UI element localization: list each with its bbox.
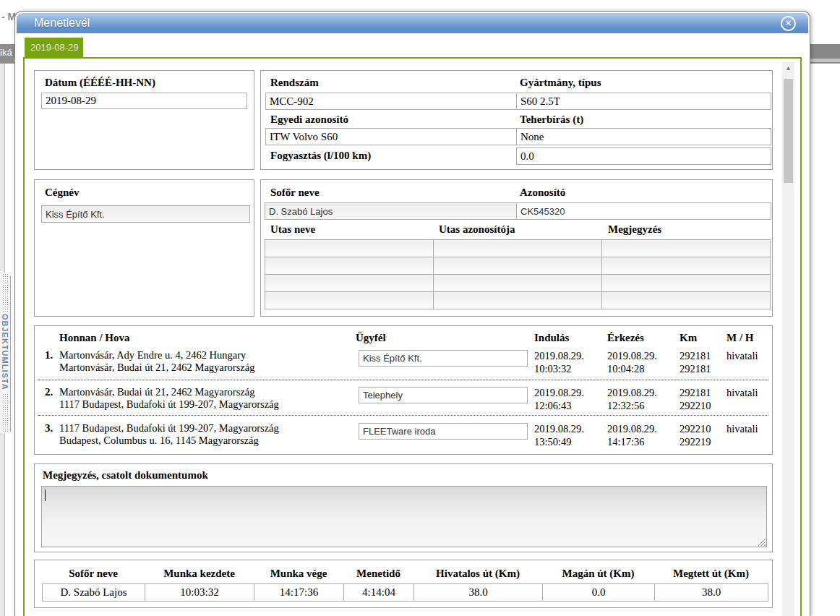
consumption-input[interactable]: 0.0 (516, 147, 771, 165)
text-caret (45, 489, 46, 501)
company-panel: Cégnév Kiss Építő Kft. (34, 179, 254, 317)
plate-input[interactable]: MCC-902 (265, 93, 517, 110)
trip-client-input[interactable]: Telephely (359, 387, 528, 403)
trip-km: 292181292210 (680, 386, 711, 412)
summary-header: Menetidő (343, 568, 413, 580)
passenger-cell-input[interactable] (433, 239, 602, 257)
trip-arrival: 2019.08.29.14:17:36 (607, 422, 657, 448)
trips-panel: Honnan / Hova Ügyfél Indulás Érkezés Km … (34, 325, 773, 455)
trip-separator (38, 415, 768, 416)
driver-name-label: Sofőr neve (270, 187, 320, 199)
resize-handle-icon[interactable] (758, 538, 766, 546)
notes-panel: Megjegyzés, csatolt dokumentumok (34, 463, 773, 552)
trip-departure: 2019.08.29.12:06:43 (534, 386, 584, 412)
passenger-id-label: Utas azonosítója (439, 223, 515, 236)
date-input[interactable]: 2019-08-29 (41, 93, 247, 109)
scroll-up-icon[interactable]: ▲ (782, 64, 794, 72)
scrollbar[interactable]: ▲ (782, 62, 794, 616)
notes-label: Megjegyzés, csatolt dokumentumok (43, 469, 208, 482)
make-input[interactable]: S60 2.5T (516, 93, 771, 110)
trip-number: 3. (45, 422, 58, 435)
passenger-cell-input[interactable] (601, 257, 771, 275)
summary-header: Sofőr neve (42, 568, 145, 580)
background-tab[interactable]: iká (0, 44, 14, 63)
trips-mh-header: M / H (727, 332, 754, 344)
trips-route-header: Honnan / Hova (59, 332, 130, 344)
make-label: Gyártmány, típus (520, 77, 601, 89)
passenger-cell-input[interactable] (601, 274, 771, 292)
summary-header: Hivatalos út (Km) (413, 568, 542, 580)
passenger-cell-input[interactable] (433, 274, 602, 292)
trips-arrival-header: Érkezés (607, 332, 644, 344)
driver-id-input[interactable]: CK545320 (516, 202, 771, 220)
passenger-row (265, 274, 771, 292)
passenger-cell-input[interactable] (265, 291, 434, 309)
trip-route: Martonvásár, Budai út 21, 2462 Magyarors… (59, 386, 279, 411)
consumption-label: Fogyasztás (l/100 km) (270, 150, 371, 162)
trip-km: 292210292219 (680, 422, 711, 448)
trip-mh: hivatali (727, 422, 758, 435)
trip-number: 2. (45, 386, 58, 398)
passenger-cell-input[interactable] (433, 257, 602, 275)
object-list-panel-handle[interactable]: OBJEKTUMLISTA (0, 270, 11, 435)
trip-mh: hivatali (727, 386, 758, 399)
summary-panel: Sofőr neveMunka kezdeteMunka végeMenetid… (34, 560, 773, 608)
capacity-label: Teherbírás (t) (520, 114, 583, 126)
summary-header: Magán út (Km) (542, 568, 654, 580)
trip-arrival: 2019.08.29.12:32:56 (607, 386, 657, 412)
summary-cell: 4:14:04 (343, 583, 414, 602)
trip-client-input[interactable]: FLEETware iroda (359, 423, 528, 440)
plate-label: Rendszám (270, 77, 319, 89)
summary-cell: D. Szabó Lajos (42, 583, 145, 602)
passenger-cell-input[interactable] (433, 291, 602, 309)
trips-departure-header: Indulás (534, 332, 569, 344)
passenger-cell-input[interactable] (265, 239, 434, 257)
passenger-cell-input[interactable] (265, 257, 434, 275)
date-label: Dátum (ÉÉÉÉ-HH-NN) (45, 77, 155, 89)
summary-header: Megtett út (Km) (654, 568, 768, 580)
trip-arrival: 2019.08.29.10:04:28 (607, 349, 657, 375)
passenger-row (265, 239, 771, 257)
summary-header: Munka kezdete (145, 568, 254, 580)
company-input[interactable]: Kiss Építő Kft. (41, 205, 250, 223)
dialog-content: Dátum (ÉÉÉÉ-HH-NN) 2019-08-29 Rendszám G… (23, 57, 802, 616)
close-icon[interactable]: ✕ (781, 16, 796, 31)
trip-client-input[interactable]: Kiss Építő Kft. (359, 350, 528, 367)
scrollbar-thumb[interactable] (784, 79, 793, 183)
grip-dots-top (2, 273, 9, 312)
summary-cell: 0.0 (542, 583, 655, 602)
grip-dots-bottom (2, 393, 9, 432)
waybill-dialog: Menetlevél ✕ 2019-08-29 Dátum (ÉÉÉÉ-HH-N… (14, 11, 810, 616)
passenger-cell-input[interactable] (601, 239, 771, 257)
trip-separator (38, 380, 768, 380)
notes-textarea[interactable] (41, 486, 767, 547)
driver-name-input[interactable]: D. Szabó Lajos (265, 202, 517, 220)
summary-cell: 38.0 (413, 583, 543, 602)
date-panel: Dátum (ÉÉÉÉ-HH-NN) 2019-08-29 (34, 70, 254, 170)
summary-header: Munka vége (254, 568, 343, 580)
summary-cell: 10:03:32 (145, 583, 254, 602)
screen: - M iká OBJEKTUMLISTA Menetlevél ✕ 2019-… (0, 0, 840, 616)
trip-route: 1117 Budapest, Budafoki út 199-207, Magy… (59, 422, 279, 447)
capacity-input[interactable]: None (516, 128, 771, 145)
trip-number: 1. (45, 349, 58, 362)
summary-cell: 14:17:36 (254, 583, 344, 602)
passenger-note-label: Megjegyzés (608, 223, 661, 236)
company-label: Cégnév (45, 187, 80, 199)
object-list-label: OBJEKTUMLISTA (1, 314, 9, 390)
uid-input[interactable]: ITW Volvo S60 (265, 128, 517, 145)
driver-id-label: Azonosító (520, 187, 565, 199)
vehicle-panel: Rendszám Gyártmány, típus MCC-902 S60 2.… (260, 70, 773, 170)
trips-client-header: Ügyfél (356, 332, 386, 344)
passenger-cell-input[interactable] (601, 291, 771, 309)
passenger-cell-input[interactable] (265, 274, 434, 292)
trips-km-header: Km (680, 332, 697, 344)
uid-label: Egyedi azonosító (270, 114, 348, 126)
trip-mh: hivatali (727, 349, 758, 362)
driver-panel: Sofőr neve Azonosító D. Szabó Lajos CK54… (260, 179, 773, 317)
summary-cell: 38.0 (654, 583, 768, 602)
trip-route: Martonvásár, Ady Endre u. 4, 2462 Hungar… (59, 349, 254, 374)
dialog-titlebar[interactable]: Menetlevél ✕ (17, 13, 808, 33)
tab-date[interactable]: 2019-08-29 (25, 38, 83, 57)
trip-departure: 2019.08.29.13:50:49 (534, 422, 584, 448)
